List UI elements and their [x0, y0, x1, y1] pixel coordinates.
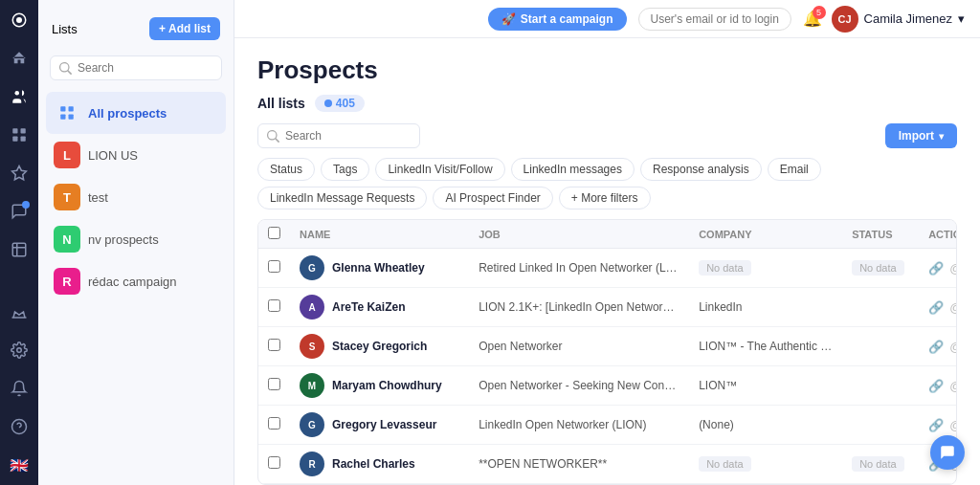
- sidebar-item-label-test: test: [88, 190, 218, 205]
- sidebar-item-all[interactable]: All prospects: [46, 92, 226, 134]
- link-icon[interactable]: 🔗: [928, 379, 944, 393]
- at-icon[interactable]: @: [949, 379, 957, 393]
- sidebar-item-redac[interactable]: Rrédac campaign: [46, 260, 226, 302]
- svg-point-2: [15, 91, 20, 96]
- start-campaign-button[interactable]: 🚀 Start a campaign: [488, 8, 627, 31]
- name-cell: MMaryam Chowdhury: [290, 366, 469, 406]
- bell-button[interactable]: 🔔 5: [803, 10, 822, 28]
- filter-tab[interactable]: Status: [257, 158, 315, 181]
- company-cell: No data: [689, 249, 842, 288]
- table-header-COMPANY: COMPANY: [689, 220, 842, 249]
- row-checkbox[interactable]: [268, 417, 280, 430]
- row-checkbox[interactable]: [268, 339, 280, 351]
- name-cell: GGlenna Wheatley: [290, 249, 469, 288]
- prospects-nav-icon[interactable]: [9, 124, 30, 145]
- row-checkbox[interactable]: [268, 260, 280, 273]
- logo-icon[interactable]: [9, 10, 30, 31]
- at-icon[interactable]: @: [949, 261, 957, 276]
- login-input[interactable]: [638, 8, 791, 31]
- help-icon[interactable]: [9, 416, 30, 437]
- select-all-checkbox[interactable]: [268, 227, 280, 239]
- flag-icon[interactable]: 🇬🇧: [9, 454, 30, 475]
- status-cell: [842, 327, 919, 366]
- actions-cell: 🔗 @ ✉ in 💬: [919, 288, 957, 327]
- filter-tab[interactable]: LinkedIn Message Requests: [257, 187, 427, 209]
- job-cell: LION 2.1K+: [LinkedIn Open Networker]: [469, 288, 689, 327]
- prospect-name[interactable]: Stacey Gregorich: [332, 340, 427, 353]
- people-icon[interactable]: [9, 86, 30, 107]
- job-cell: Open Networker - Seeking New Connections…: [469, 366, 689, 406]
- count-dot: [324, 99, 332, 107]
- prospect-avatar: G: [300, 255, 324, 280]
- row-checkbox-cell: [258, 366, 290, 406]
- table-header-NAME: NAME: [290, 220, 469, 249]
- name-cell: GGregory Levasseur: [290, 406, 469, 445]
- svg-rect-14: [60, 106, 65, 111]
- job-cell: **OPEN NETWORKER**: [469, 445, 689, 484]
- filter-tab[interactable]: Response analysis: [640, 158, 762, 181]
- link-icon[interactable]: 🔗: [928, 261, 944, 276]
- status-cell: [842, 406, 919, 445]
- home-icon[interactable]: [9, 48, 30, 69]
- at-icon[interactable]: @: [949, 418, 957, 432]
- table-body: GGlenna WheatleyRetired Linked In Open N…: [258, 249, 957, 486]
- at-icon[interactable]: @: [949, 340, 957, 354]
- teams-icon[interactable]: [9, 239, 30, 260]
- more-filters-button[interactable]: + More filters: [559, 187, 651, 209]
- notification-icon[interactable]: [9, 378, 30, 399]
- status-badge: No data: [852, 260, 904, 276]
- link-icon[interactable]: 🔗: [928, 300, 944, 315]
- table-header-STATUS: STATUS: [842, 220, 919, 249]
- row-checkbox-cell: [258, 327, 290, 366]
- link-icon[interactable]: 🔗: [928, 340, 944, 354]
- svg-rect-6: [21, 137, 26, 142]
- filter-tab[interactable]: AI Prospect Finder: [433, 187, 552, 209]
- status-cell: No data: [842, 445, 919, 484]
- sidebar-item-label-nv: nv prospects: [88, 232, 218, 247]
- campaigns-icon[interactable]: [9, 163, 30, 184]
- page-title: Prospects: [257, 55, 957, 85]
- import-button[interactable]: Import ▾: [885, 123, 957, 148]
- prospect-name[interactable]: Glenna Wheatley: [332, 261, 425, 275]
- prospect-name[interactable]: AreTe KaiZen: [332, 300, 405, 314]
- sidebar-item-lion[interactable]: LLION US: [46, 134, 226, 176]
- sidebar-item-test[interactable]: Ttest: [46, 176, 226, 218]
- all-lists-label: All lists: [257, 96, 305, 111]
- actions-cell: 🔗 @ ✉ in 💬: [919, 366, 957, 406]
- row-checkbox[interactable]: [268, 378, 280, 390]
- table-header-ACTIONS: ACTIONS: [919, 220, 957, 249]
- status-cell: [842, 288, 919, 327]
- company-cell: LION™: [689, 366, 842, 406]
- sidebar-title: Lists: [52, 22, 78, 36]
- row-checkbox-cell: [258, 288, 290, 327]
- prospect-name[interactable]: Rachel Charles: [332, 457, 415, 471]
- svg-point-11: [17, 348, 22, 353]
- add-list-button[interactable]: + Add list: [149, 17, 220, 40]
- link-icon[interactable]: 🔗: [928, 418, 944, 432]
- row-checkbox[interactable]: [268, 299, 280, 312]
- prospect-name[interactable]: Maryam Chowdhury: [332, 379, 442, 392]
- sidebar-list: All prospectsLLION USTtestNnv prospectsR…: [38, 86, 234, 485]
- filter-tab[interactable]: Tags: [321, 158, 369, 181]
- row-checkbox[interactable]: [268, 456, 280, 469]
- row-checkbox-cell: [258, 406, 290, 445]
- sidebar-search-input[interactable]: [50, 55, 222, 80]
- prospect-name[interactable]: Gregory Levasseur: [332, 418, 436, 431]
- chat-bubble[interactable]: [930, 435, 965, 470]
- settings-icon[interactable]: [9, 340, 30, 361]
- filter-tab[interactable]: LinkedIn messages: [511, 158, 635, 181]
- user-menu[interactable]: CJ Camila Jimenez ▾: [832, 6, 965, 33]
- sidebar-item-icon-redac: R: [54, 268, 80, 295]
- filter-tab[interactable]: Email: [768, 158, 821, 181]
- no-data-badge: No data: [699, 260, 751, 276]
- messages-icon[interactable]: [9, 201, 30, 222]
- sidebar-item-nv[interactable]: Nnv prospects: [46, 218, 226, 260]
- sidebar-item-label-all: All prospects: [88, 106, 218, 121]
- sidebar-item-icon-test: T: [54, 184, 80, 210]
- table-search-input[interactable]: [257, 123, 420, 148]
- table-header-JOB: JOB: [469, 220, 689, 249]
- import-chevron-icon: ▾: [939, 131, 944, 142]
- filter-tab[interactable]: LinkedIn Visit/Follow: [375, 158, 504, 181]
- crown-icon[interactable]: [9, 301, 30, 322]
- at-icon[interactable]: @: [949, 300, 957, 315]
